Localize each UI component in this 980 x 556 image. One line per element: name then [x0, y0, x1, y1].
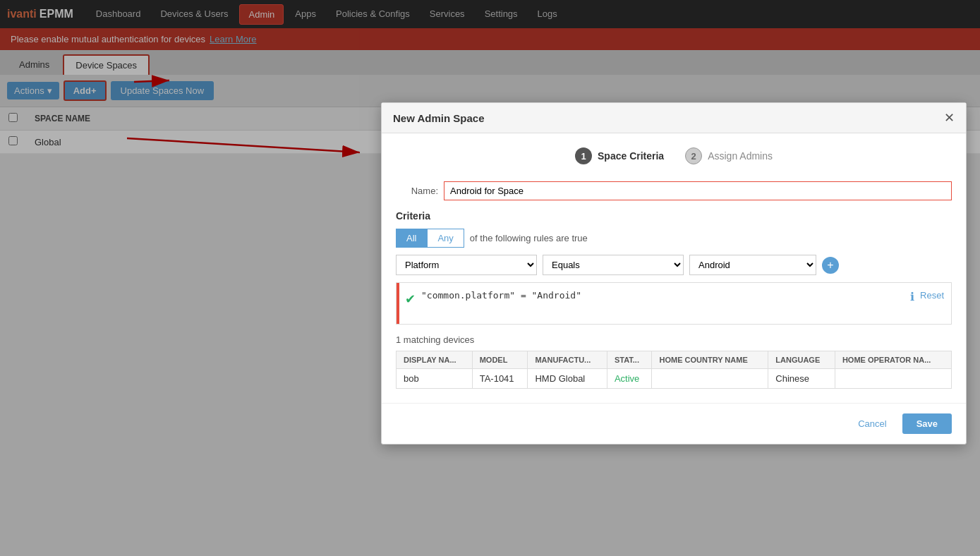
step-2: 2 Assign Admins [685, 147, 773, 154]
step-2-label: Assign Admins [708, 150, 773, 154]
modal-header: New Admin Space ✕ [382, 103, 966, 133]
step-1: 1 Space Criteria [575, 147, 664, 154]
new-admin-space-modal: New Admin Space ✕ 1 Space Criteria 2 Ass… [381, 102, 967, 154]
step-1-label: Space Criteria [598, 150, 664, 154]
steps-indicator: 1 Space Criteria 2 Assign Admins [396, 147, 952, 154]
modal-close-button[interactable]: ✕ [944, 111, 955, 124]
modal-title: New Admin Space [393, 112, 484, 124]
step-2-number: 2 [685, 147, 702, 154]
modal-body: 1 Space Criteria 2 Assign Admins Name: C… [382, 133, 966, 154]
step-1-number: 1 [575, 147, 592, 154]
